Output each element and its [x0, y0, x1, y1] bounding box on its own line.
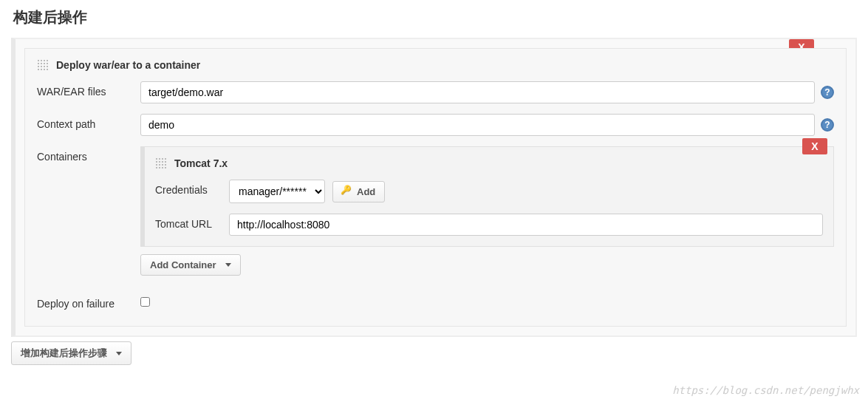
- add-container-label: Add Container: [150, 259, 216, 270]
- context-path-row: Context path ?: [37, 114, 834, 136]
- container-panel: X Tomcat 7.x Credentials manager/******: [140, 146, 834, 247]
- credentials-select[interactable]: manager/******: [229, 180, 325, 203]
- containers-row: Containers X Tomcat 7.x Credentials mana…: [37, 146, 834, 276]
- container-header: Tomcat 7.x: [155, 157, 823, 169]
- drag-handle-icon[interactable]: [155, 157, 167, 169]
- context-path-label: Context path: [37, 114, 140, 130]
- deploy-on-failure-row: Deploy on failure: [37, 289, 834, 313]
- close-container-button[interactable]: X: [802, 138, 827, 154]
- help-icon[interactable]: ?: [821, 86, 834, 99]
- deploy-on-failure-label: Deploy on failure: [37, 293, 140, 310]
- drag-handle-icon[interactable]: [37, 59, 49, 71]
- deploy-section: Deploy war/ear to a container WAR/EAR fi…: [24, 48, 847, 327]
- credentials-label: Credentials: [155, 180, 229, 196]
- deploy-on-failure-checkbox[interactable]: [140, 297, 150, 307]
- key-icon: [342, 188, 352, 195]
- help-icon[interactable]: ?: [821, 118, 834, 132]
- section-header: Deploy war/ear to a container: [37, 59, 834, 71]
- tomcat-url-label: Tomcat URL: [155, 214, 229, 230]
- tomcat-url-row: Tomcat URL: [155, 214, 823, 236]
- add-container-button[interactable]: Add Container: [140, 254, 241, 276]
- watermark-text: https://blog.csdn.net/pengjwhx: [672, 384, 859, 396]
- war-ear-input[interactable]: [140, 81, 815, 103]
- context-path-input[interactable]: [140, 114, 815, 136]
- section-title: Deploy war/ear to a container: [56, 59, 200, 71]
- post-build-panel: X Deploy war/ear to a container WAR/EAR …: [11, 38, 857, 337]
- containers-label: Containers: [37, 146, 140, 163]
- page-title: 构建后操作: [0, 0, 868, 38]
- war-ear-row: WAR/EAR files ?: [37, 81, 834, 103]
- add-credentials-button[interactable]: Add: [332, 181, 385, 202]
- container-title: Tomcat 7.x: [174, 157, 228, 169]
- tomcat-url-input[interactable]: [229, 214, 823, 236]
- add-post-build-step-button[interactable]: 增加构建后操作步骤: [11, 341, 131, 365]
- war-ear-label: WAR/EAR files: [37, 81, 140, 98]
- add-post-build-step-label: 增加构建后操作步骤: [21, 347, 107, 360]
- credentials-row: Credentials manager/****** Add: [155, 180, 823, 203]
- add-credentials-label: Add: [357, 186, 375, 197]
